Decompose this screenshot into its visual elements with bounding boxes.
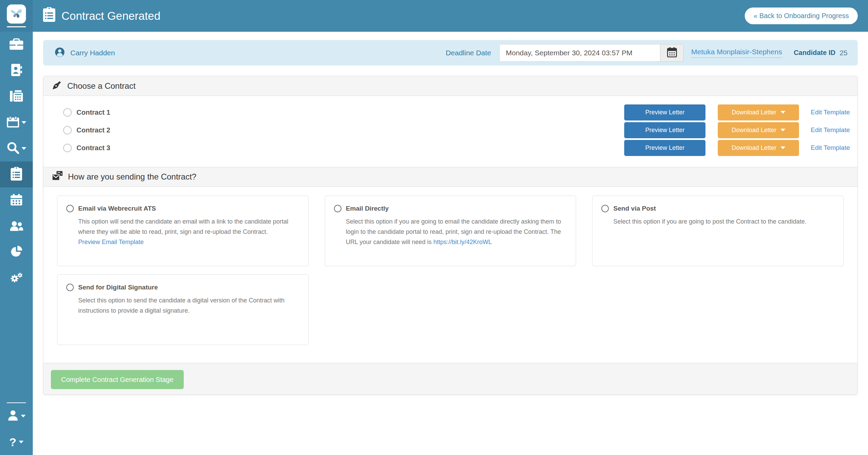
app-logo[interactable]	[7, 4, 26, 24]
sidebar-item-reports[interactable]	[0, 239, 33, 265]
question-icon: ?	[9, 436, 16, 448]
preview-letter-button[interactable]: Preview Letter	[624, 104, 705, 120]
sending-option-card: Send via Post Select this option if you …	[592, 196, 844, 266]
chevron-down-icon	[21, 415, 26, 417]
option-radio[interactable]	[66, 284, 74, 291]
option-description-text: Select this option to send the candidate…	[78, 297, 284, 314]
sidebar: ?	[0, 0, 33, 455]
pie-chart-icon	[11, 246, 22, 259]
sending-options-grid: Email via Webrecruit ATS This option wil…	[43, 187, 857, 363]
main-column: Contract Generated « Back to Onboarding …	[33, 0, 868, 455]
candidate-bar: Carry Hadden Deadline Date	[43, 40, 858, 66]
option-radio[interactable]	[601, 205, 609, 212]
sidebar-item-help[interactable]: ?	[0, 429, 33, 455]
candidate-id-label: Candidate ID	[794, 49, 835, 57]
sidebar-item-contacts[interactable]	[0, 58, 33, 84]
contract-panel: Choose a Contract Contract 1 Preview Let…	[43, 76, 858, 395]
contract-label: Contract 1	[76, 109, 110, 116]
butterfly-logo-icon	[10, 7, 23, 21]
download-letter-label: Download Letter	[732, 127, 776, 134]
calendar-icon	[667, 47, 677, 59]
option-title: Send via Post	[613, 205, 656, 212]
preview-email-template-link[interactable]: Preview Email Template	[78, 237, 299, 247]
calendar-icon	[7, 116, 19, 129]
pen-nib-icon	[52, 80, 62, 92]
sidebar-item-jobs[interactable]	[0, 32, 33, 58]
sidebar-item-calendar[interactable]	[0, 110, 33, 136]
option-title: Email via Webrecruit ATS	[78, 205, 156, 212]
users-icon	[10, 220, 23, 233]
logo-block	[0, 0, 33, 32]
choose-contract-header: Choose a Contract	[43, 76, 857, 96]
sidebar-item-settings[interactable]	[0, 265, 33, 291]
edit-template-link[interactable]: Edit Template	[811, 144, 850, 152]
contract-row: Contract 2 Preview Letter Download Lette…	[63, 121, 850, 139]
page-title: Contract Generated	[61, 10, 160, 23]
choose-contract-title: Choose a Contract	[67, 81, 136, 91]
option-description: This option will send the candidate an e…	[78, 216, 299, 247]
download-letter-button[interactable]: Download Letter	[718, 140, 799, 156]
download-letter-button[interactable]: Download Letter	[718, 122, 799, 138]
sidebar-item-fax[interactable]	[0, 84, 33, 110]
candidate-name: Carry Hadden	[70, 49, 115, 57]
option-radio[interactable]	[66, 205, 74, 212]
gears-icon	[10, 272, 23, 285]
page-title-group: Contract Generated	[43, 7, 160, 25]
option-title: Email Directly	[346, 205, 389, 212]
contract-label: Contract 2	[76, 126, 110, 134]
download-letter-label: Download Letter	[732, 109, 776, 116]
edit-template-link[interactable]: Edit Template	[811, 126, 850, 134]
edit-template-link[interactable]: Edit Template	[811, 109, 850, 116]
deadline-date-label: Deadline Date	[446, 49, 491, 57]
chevron-down-icon	[19, 441, 24, 443]
sidebar-item-onboarding-active[interactable]	[0, 161, 33, 187]
option-description-text: Select this option if you are going to p…	[613, 218, 806, 225]
complete-stage-button[interactable]: Complete Contract Generation Stage	[51, 370, 184, 389]
logo-underline	[7, 26, 26, 27]
sidebar-item-search[interactable]	[0, 136, 33, 161]
user-icon	[8, 410, 18, 422]
caret-down-icon	[781, 111, 785, 114]
address-book-icon	[11, 64, 22, 77]
option-title: Send for Digital Signature	[78, 284, 158, 291]
top-bar: Contract Generated « Back to Onboarding …	[33, 0, 868, 32]
sidebar-item-users[interactable]	[0, 213, 33, 239]
sending-method-header: How are you sending the Contract?	[43, 167, 857, 187]
preview-letter-button[interactable]: Preview Letter	[624, 122, 705, 138]
caret-down-icon	[781, 146, 785, 149]
sending-option-card: Email via Webrecruit ATS This option wil…	[57, 196, 309, 266]
contract-row: Contract 1 Preview Letter Download Lette…	[63, 103, 850, 121]
search-icon	[7, 142, 19, 155]
candidate-portal-url-link[interactable]: https://bit.ly/42KroWL	[433, 239, 492, 245]
option-description: Select this option if you are going to p…	[613, 216, 835, 227]
sidebar-item-account[interactable]	[0, 403, 33, 429]
option-radio[interactable]	[334, 205, 341, 212]
sidebar-item-schedule[interactable]	[0, 187, 33, 213]
sending-option-card: Send for Digital Signature Select this o…	[57, 274, 309, 345]
option-description-text: This option will send the candidate an e…	[78, 218, 288, 235]
option-description: Select this option to send the candidate…	[78, 295, 299, 316]
contract-radio[interactable]	[63, 144, 72, 152]
contract-list: Contract 1 Preview Letter Download Lette…	[43, 96, 857, 167]
chevron-down-icon	[22, 147, 26, 150]
fax-icon	[10, 90, 23, 103]
contract-radio[interactable]	[63, 108, 72, 117]
contract-radio[interactable]	[63, 126, 72, 134]
download-letter-button[interactable]: Download Letter	[718, 104, 799, 120]
calendar-picker-button[interactable]	[660, 44, 684, 62]
candidate-id-value: 25	[840, 49, 848, 57]
panel-footer: Complete Contract Generation Stage	[43, 363, 857, 395]
chevron-down-icon	[22, 121, 26, 124]
app-window: ?	[0, 0, 868, 455]
option-description: Select this option if you are going to e…	[346, 216, 567, 247]
clipboard-list-icon	[11, 167, 22, 182]
deadline-date-input[interactable]	[499, 44, 660, 62]
user-circle-icon	[55, 47, 65, 59]
mail-bulk-icon	[52, 171, 62, 183]
contract-row: Contract 3 Preview Letter Download Lette…	[63, 139, 850, 157]
preview-letter-button[interactable]: Preview Letter	[624, 140, 705, 156]
assignee-link[interactable]: Metuka Monplaisir-Stephens	[691, 48, 782, 58]
back-to-onboarding-button[interactable]: « Back to Onboarding Progress	[745, 8, 858, 24]
briefcase-icon	[10, 38, 23, 51]
sending-option-card: Email Directly Select this option if you…	[325, 196, 576, 266]
